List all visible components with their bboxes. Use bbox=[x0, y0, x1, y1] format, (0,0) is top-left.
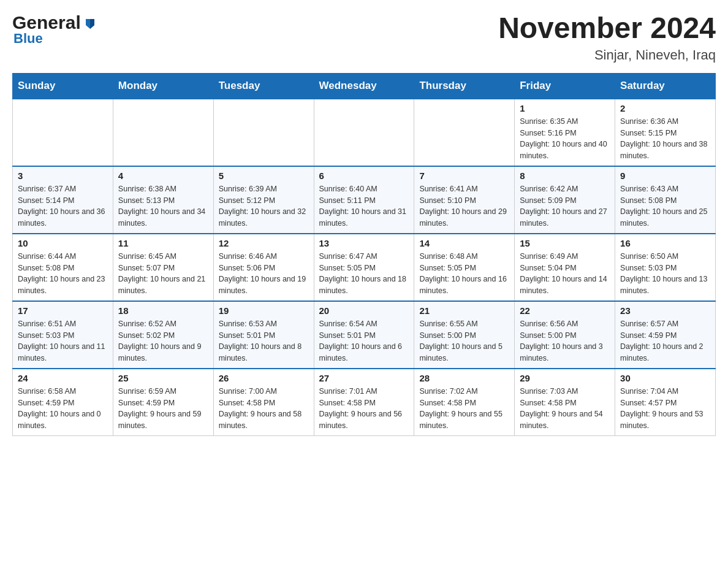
day-number: 26 bbox=[219, 373, 309, 383]
calendar-cell: 16Sunrise: 6:50 AM Sunset: 5:03 PM Dayli… bbox=[615, 234, 716, 301]
day-info: Sunrise: 6:38 AM Sunset: 5:13 PM Dayligh… bbox=[118, 183, 208, 229]
day-number: 17 bbox=[18, 305, 108, 316]
day-number: 9 bbox=[620, 170, 710, 181]
calendar-cell: 19Sunrise: 6:53 AM Sunset: 5:01 PM Dayli… bbox=[213, 301, 314, 369]
week-row-2: 3Sunrise: 6:37 AM Sunset: 5:14 PM Daylig… bbox=[13, 166, 716, 234]
day-info: Sunrise: 6:40 AM Sunset: 5:11 PM Dayligh… bbox=[319, 183, 409, 229]
day-number: 7 bbox=[419, 170, 509, 181]
day-info: Sunrise: 6:42 AM Sunset: 5:09 PM Dayligh… bbox=[520, 183, 610, 229]
calendar-cell bbox=[213, 99, 314, 166]
day-number: 4 bbox=[118, 170, 208, 181]
title-area: November 2024 Sinjar, Nineveh, Iraq bbox=[498, 12, 716, 63]
day-number: 30 bbox=[620, 373, 710, 383]
day-header-friday: Friday bbox=[515, 73, 615, 99]
day-number: 15 bbox=[520, 238, 610, 248]
week-row-3: 10Sunrise: 6:44 AM Sunset: 5:08 PM Dayli… bbox=[13, 234, 716, 301]
logo-arrow-icon bbox=[83, 17, 97, 33]
calendar-cell: 23Sunrise: 6:57 AM Sunset: 4:59 PM Dayli… bbox=[615, 301, 716, 369]
day-info: Sunrise: 6:49 AM Sunset: 5:04 PM Dayligh… bbox=[520, 251, 610, 297]
day-number: 14 bbox=[419, 238, 509, 248]
day-header-tuesday: Tuesday bbox=[213, 73, 314, 99]
calendar-cell: 1Sunrise: 6:35 AM Sunset: 5:16 PM Daylig… bbox=[515, 99, 615, 166]
day-number: 10 bbox=[18, 238, 108, 248]
calendar-cell: 8Sunrise: 6:42 AM Sunset: 5:09 PM Daylig… bbox=[515, 166, 615, 234]
day-info: Sunrise: 7:03 AM Sunset: 4:58 PM Dayligh… bbox=[520, 386, 610, 432]
day-info: Sunrise: 6:48 AM Sunset: 5:05 PM Dayligh… bbox=[419, 251, 509, 297]
week-row-1: 1Sunrise: 6:35 AM Sunset: 5:16 PM Daylig… bbox=[13, 99, 716, 166]
location: Sinjar, Nineveh, Iraq bbox=[498, 47, 716, 63]
day-info: Sunrise: 7:00 AM Sunset: 4:58 PM Dayligh… bbox=[219, 386, 309, 432]
calendar-cell: 28Sunrise: 7:02 AM Sunset: 4:58 PM Dayli… bbox=[414, 369, 515, 436]
header: General Blue November 2024 Sinjar, Ninev… bbox=[12, 12, 716, 63]
calendar-cell: 4Sunrise: 6:38 AM Sunset: 5:13 PM Daylig… bbox=[113, 166, 213, 234]
calendar-cell: 24Sunrise: 6:58 AM Sunset: 4:59 PM Dayli… bbox=[13, 369, 113, 436]
day-number: 5 bbox=[219, 170, 309, 181]
day-info: Sunrise: 6:45 AM Sunset: 5:07 PM Dayligh… bbox=[118, 251, 208, 297]
day-info: Sunrise: 6:44 AM Sunset: 5:08 PM Dayligh… bbox=[18, 251, 108, 297]
calendar-cell: 20Sunrise: 6:54 AM Sunset: 5:01 PM Dayli… bbox=[314, 301, 414, 369]
day-info: Sunrise: 7:02 AM Sunset: 4:58 PM Dayligh… bbox=[419, 386, 509, 432]
calendar-cell: 6Sunrise: 6:40 AM Sunset: 5:11 PM Daylig… bbox=[314, 166, 414, 234]
day-number: 2 bbox=[620, 103, 710, 113]
day-number: 11 bbox=[118, 238, 208, 248]
day-number: 25 bbox=[118, 373, 208, 383]
calendar-cell: 10Sunrise: 6:44 AM Sunset: 5:08 PM Dayli… bbox=[13, 234, 113, 301]
calendar-cell: 15Sunrise: 6:49 AM Sunset: 5:04 PM Dayli… bbox=[515, 234, 615, 301]
day-info: Sunrise: 6:51 AM Sunset: 5:03 PM Dayligh… bbox=[18, 318, 108, 364]
day-info: Sunrise: 6:53 AM Sunset: 5:01 PM Dayligh… bbox=[219, 318, 309, 364]
month-title: November 2024 bbox=[498, 12, 716, 45]
day-number: 21 bbox=[419, 305, 509, 316]
calendar-cell: 17Sunrise: 6:51 AM Sunset: 5:03 PM Dayli… bbox=[13, 301, 113, 369]
day-number: 19 bbox=[219, 305, 309, 316]
day-number: 3 bbox=[18, 170, 108, 181]
logo-general-line: General bbox=[12, 12, 97, 33]
calendar-cell: 11Sunrise: 6:45 AM Sunset: 5:07 PM Dayli… bbox=[113, 234, 213, 301]
calendar-cell: 25Sunrise: 6:59 AM Sunset: 4:59 PM Dayli… bbox=[113, 369, 213, 436]
day-info: Sunrise: 6:41 AM Sunset: 5:10 PM Dayligh… bbox=[419, 183, 509, 229]
calendar-cell: 21Sunrise: 6:55 AM Sunset: 5:00 PM Dayli… bbox=[414, 301, 515, 369]
logo-general-text: General bbox=[12, 12, 81, 33]
day-info: Sunrise: 6:46 AM Sunset: 5:06 PM Dayligh… bbox=[219, 251, 309, 297]
day-info: Sunrise: 6:36 AM Sunset: 5:15 PM Dayligh… bbox=[620, 116, 710, 162]
day-info: Sunrise: 6:39 AM Sunset: 5:12 PM Dayligh… bbox=[219, 183, 309, 229]
day-info: Sunrise: 6:55 AM Sunset: 5:00 PM Dayligh… bbox=[419, 318, 509, 364]
calendar-cell: 30Sunrise: 7:04 AM Sunset: 4:57 PM Dayli… bbox=[615, 369, 716, 436]
day-header-sunday: Sunday bbox=[13, 73, 113, 99]
day-info: Sunrise: 6:58 AM Sunset: 4:59 PM Dayligh… bbox=[18, 386, 108, 432]
day-number: 29 bbox=[520, 373, 610, 383]
day-header-wednesday: Wednesday bbox=[314, 73, 414, 99]
day-number: 22 bbox=[520, 305, 610, 316]
calendar-cell: 2Sunrise: 6:36 AM Sunset: 5:15 PM Daylig… bbox=[615, 99, 716, 166]
day-info: Sunrise: 6:56 AM Sunset: 5:00 PM Dayligh… bbox=[520, 318, 610, 364]
day-header-saturday: Saturday bbox=[615, 73, 716, 99]
day-info: Sunrise: 6:52 AM Sunset: 5:02 PM Dayligh… bbox=[118, 318, 208, 364]
day-info: Sunrise: 6:37 AM Sunset: 5:14 PM Dayligh… bbox=[18, 183, 108, 229]
day-info: Sunrise: 6:50 AM Sunset: 5:03 PM Dayligh… bbox=[620, 251, 710, 297]
calendar-cell bbox=[13, 99, 113, 166]
day-info: Sunrise: 6:35 AM Sunset: 5:16 PM Dayligh… bbox=[520, 116, 610, 162]
calendar-cell: 9Sunrise: 6:43 AM Sunset: 5:08 PM Daylig… bbox=[615, 166, 716, 234]
day-number: 27 bbox=[319, 373, 409, 383]
calendar-cell: 5Sunrise: 6:39 AM Sunset: 5:12 PM Daylig… bbox=[213, 166, 314, 234]
calendar-cell bbox=[414, 99, 515, 166]
day-header-thursday: Thursday bbox=[414, 73, 515, 99]
day-number: 13 bbox=[319, 238, 409, 248]
calendar-cell: 7Sunrise: 6:41 AM Sunset: 5:10 PM Daylig… bbox=[414, 166, 515, 234]
calendar-cell: 26Sunrise: 7:00 AM Sunset: 4:58 PM Dayli… bbox=[213, 369, 314, 436]
day-info: Sunrise: 6:57 AM Sunset: 4:59 PM Dayligh… bbox=[620, 318, 710, 364]
day-number: 12 bbox=[219, 238, 309, 248]
day-number: 23 bbox=[620, 305, 710, 316]
day-number: 6 bbox=[319, 170, 409, 181]
logo-blue-text: Blue bbox=[13, 31, 43, 47]
calendar-cell bbox=[314, 99, 414, 166]
calendar-cell: 18Sunrise: 6:52 AM Sunset: 5:02 PM Dayli… bbox=[113, 301, 213, 369]
day-info: Sunrise: 6:43 AM Sunset: 5:08 PM Dayligh… bbox=[620, 183, 710, 229]
day-info: Sunrise: 6:47 AM Sunset: 5:05 PM Dayligh… bbox=[319, 251, 409, 297]
calendar-cell: 12Sunrise: 6:46 AM Sunset: 5:06 PM Dayli… bbox=[213, 234, 314, 301]
week-row-4: 17Sunrise: 6:51 AM Sunset: 5:03 PM Dayli… bbox=[13, 301, 716, 369]
day-info: Sunrise: 7:04 AM Sunset: 4:57 PM Dayligh… bbox=[620, 386, 710, 432]
days-of-week-row: SundayMondayTuesdayWednesdayThursdayFrid… bbox=[13, 73, 716, 99]
day-header-monday: Monday bbox=[113, 73, 213, 99]
day-number: 18 bbox=[118, 305, 208, 316]
calendar-cell: 13Sunrise: 6:47 AM Sunset: 5:05 PM Dayli… bbox=[314, 234, 414, 301]
